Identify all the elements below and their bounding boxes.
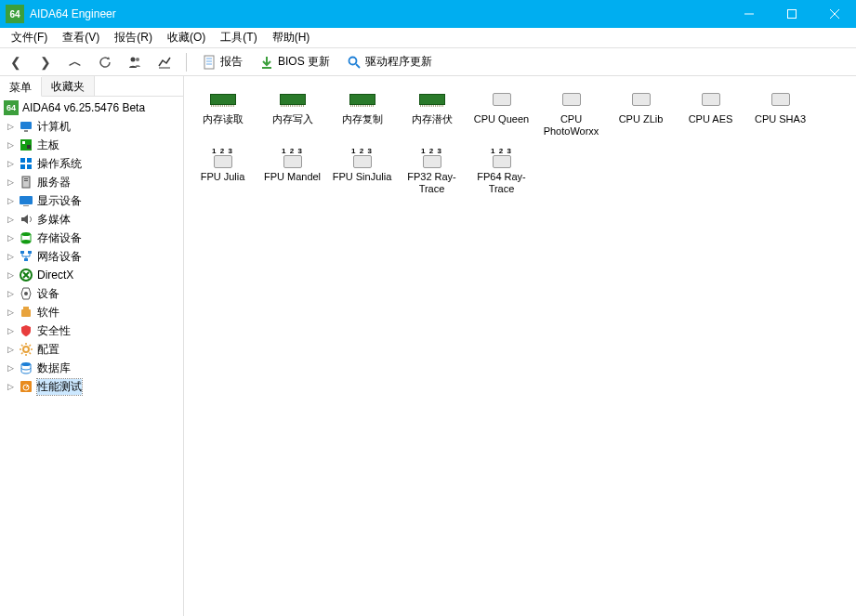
back-button[interactable] xyxy=(6,52,26,72)
chart-icon[interactable] xyxy=(154,52,175,72)
tree-item[interactable]: ▷设备 xyxy=(2,284,181,303)
svg-point-4 xyxy=(131,57,136,61)
report-label: 报告 xyxy=(220,54,243,70)
minimize-button[interactable] xyxy=(728,0,770,28)
svg-point-38 xyxy=(21,362,31,366)
bios-update-button[interactable]: BIOS 更新 xyxy=(256,52,334,72)
menu-item[interactable]: 工具(T) xyxy=(213,27,264,48)
expand-icon[interactable]: ▷ xyxy=(6,289,15,298)
expand-icon[interactable]: ▷ xyxy=(6,159,15,168)
cpu-icon xyxy=(632,93,651,106)
expand-icon[interactable]: ▷ xyxy=(6,177,15,187)
tree-item[interactable]: ▷显示设备 xyxy=(2,191,181,210)
svg-rect-25 xyxy=(24,180,28,181)
refresh-button[interactable] xyxy=(95,52,115,72)
expand-icon[interactable]: ▷ xyxy=(6,308,15,317)
bios-label: BIOS 更新 xyxy=(278,54,330,70)
device-icon xyxy=(19,286,33,301)
benchmark-item[interactable]: CPU Queen xyxy=(467,84,536,141)
report-icon xyxy=(202,55,217,70)
benchmark-label: 内存写入 xyxy=(272,113,313,138)
benchmark-label: CPU ZLib xyxy=(619,113,664,138)
tree-item[interactable]: ▷操作系统 xyxy=(2,154,181,173)
tree-item[interactable]: ▷软件 xyxy=(2,303,181,321)
shield-icon xyxy=(19,323,33,338)
svg-rect-36 xyxy=(23,307,29,309)
tree-item[interactable]: ▷网络设备 xyxy=(2,247,181,266)
expand-icon[interactable]: ▷ xyxy=(6,122,15,131)
svg-point-29 xyxy=(21,240,31,243)
svg-rect-30 xyxy=(20,251,24,254)
expand-icon[interactable]: ▷ xyxy=(6,196,15,205)
tree-item-label: 网络设备 xyxy=(37,249,82,265)
cpu-icon xyxy=(702,93,720,106)
menu-item[interactable]: 查看(V) xyxy=(55,27,107,48)
expand-icon[interactable]: ▷ xyxy=(6,140,15,150)
tree-item[interactable]: ▷计算机 xyxy=(2,117,181,136)
benchmark-item[interactable]: 1 2 3FP32 Ray-Trace xyxy=(397,141,467,199)
tree-item[interactable]: ▷配置 xyxy=(2,340,181,359)
expand-icon[interactable]: ▷ xyxy=(6,363,15,373)
menu-item[interactable]: 收藏(O) xyxy=(160,27,213,48)
benchmark-item[interactable]: 内存复制 xyxy=(327,84,397,141)
expand-icon[interactable]: ▷ xyxy=(6,252,15,261)
body: 菜单收藏夹 64AIDA64 v6.25.5476 Beta▷计算机▷主板▷操作… xyxy=(0,76,856,616)
benchmark-item[interactable]: 内存读取 xyxy=(188,84,257,141)
app-logo: 64 xyxy=(6,5,24,23)
cpu-icon xyxy=(353,155,372,168)
svg-rect-21 xyxy=(20,164,25,169)
svg-rect-22 xyxy=(27,164,32,169)
menu-item[interactable]: 文件(F) xyxy=(4,27,55,48)
benchmark-label: CPU PhotoWorxx xyxy=(537,113,605,138)
tree-root[interactable]: 64AIDA64 v6.25.5476 Beta xyxy=(2,98,181,117)
driver-update-button[interactable]: 驱动程序更新 xyxy=(343,52,436,72)
tree-item[interactable]: ▷主板 xyxy=(2,136,181,154)
tree-root-label: AIDA64 v6.25.5476 Beta xyxy=(22,101,145,114)
tree-item-label: 性能测试 xyxy=(37,379,82,395)
maximize-button[interactable] xyxy=(770,0,813,28)
benchmark-item[interactable]: CPU PhotoWorxx xyxy=(536,84,606,141)
benchmark-item[interactable]: 1 2 3FP64 Ray-Trace xyxy=(467,141,536,199)
benchmark-item[interactable]: CPU SHA3 xyxy=(745,84,815,141)
benchmark-item[interactable]: 内存写入 xyxy=(257,84,327,141)
tree-item[interactable]: ▷安全性 xyxy=(2,321,181,340)
forward-button[interactable] xyxy=(35,52,56,72)
svg-rect-17 xyxy=(22,141,25,144)
window-title: AIDA64 Engineer xyxy=(30,7,728,20)
cpu-icon xyxy=(423,155,441,168)
benchmark-item[interactable]: 1 2 3FPU SinJulia xyxy=(327,141,397,199)
menu-item[interactable]: 帮助(H) xyxy=(265,27,318,48)
tree-item[interactable]: ▷数据库 xyxy=(2,359,181,377)
benchmark-item[interactable]: 内存潜伏 xyxy=(397,84,467,141)
benchmark-item[interactable]: 1 2 3FPU Julia xyxy=(188,141,257,199)
menu-item[interactable]: 报告(R) xyxy=(107,27,160,48)
svg-rect-15 xyxy=(24,130,28,132)
svg-rect-24 xyxy=(24,178,28,179)
expand-icon[interactable]: ▷ xyxy=(6,382,15,391)
up-button[interactable] xyxy=(65,52,86,72)
svg-rect-35 xyxy=(21,309,31,317)
sidebar-tab[interactable]: 收藏夹 xyxy=(42,76,95,96)
search-icon xyxy=(347,55,362,70)
benchmark-item[interactable]: CPU ZLib xyxy=(606,84,676,141)
expand-icon[interactable]: ▷ xyxy=(6,215,15,224)
users-icon[interactable] xyxy=(125,52,145,72)
benchmark-label: CPU Queen xyxy=(474,113,529,138)
report-button[interactable]: 报告 xyxy=(198,52,246,72)
tree-item[interactable]: ▷存储设备 xyxy=(2,229,181,247)
expand-icon[interactable]: ▷ xyxy=(6,270,15,280)
expand-icon[interactable]: ▷ xyxy=(6,233,15,242)
tree-item[interactable]: ▷多媒体 xyxy=(2,210,181,229)
sidebar-tab[interactable]: 菜单 xyxy=(0,77,42,97)
expand-icon[interactable]: ▷ xyxy=(6,345,15,354)
app-logo-small: 64 xyxy=(4,100,19,115)
benchmark-item[interactable]: 1 2 3FPU Mandel xyxy=(257,141,327,199)
svg-point-12 xyxy=(349,57,357,64)
benchmark-item[interactable]: CPU AES xyxy=(676,84,745,141)
cpu-icon xyxy=(283,155,302,168)
close-button[interactable] xyxy=(813,0,856,28)
tree-item[interactable]: ▷性能测试 xyxy=(2,377,181,396)
tree-item[interactable]: ▷服务器 xyxy=(2,173,181,191)
tree-item[interactable]: ▷DirectX xyxy=(2,266,181,284)
expand-icon[interactable]: ▷ xyxy=(6,326,15,335)
